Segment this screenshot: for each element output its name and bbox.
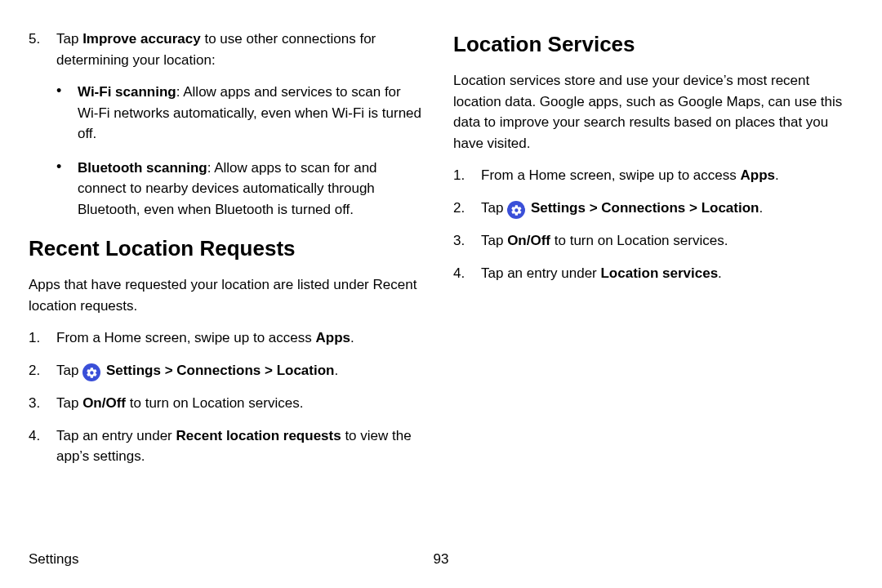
text-bold: On/Off (82, 395, 126, 411)
text-pre: From a Home screen, swipe up to access (481, 167, 740, 183)
step-text: From a Home screen, swipe up to access A… (56, 327, 429, 349)
bullet-text: Wi‑Fi scanning: Allow apps and services … (78, 82, 429, 145)
text-post: . (334, 363, 338, 378)
settings-icon (82, 363, 100, 381)
chevron: > (161, 363, 176, 378)
text-pre: Tap an entry under (481, 265, 600, 281)
chevron: > (586, 200, 601, 216)
heading-location-services: Location Services (453, 29, 853, 60)
left-column: 5. Tap Improve accuracy to use other con… (29, 29, 429, 543)
text-bold: Recent location requests (176, 428, 341, 443)
chevron: > (261, 363, 276, 378)
text-bold: Apps (740, 167, 775, 183)
path-location: Location (277, 363, 335, 378)
step-text: Tap On/Off to turn on Location services. (481, 230, 853, 252)
gear-icon (86, 367, 98, 379)
step-text: Tap Improve accuracy to use other connec… (56, 29, 429, 70)
path-connections: Connections (176, 363, 261, 378)
step-4: 4. Tap an entry under Location services. (453, 263, 853, 284)
body-paragraph: Apps that have requested your location a… (29, 274, 429, 316)
settings-icon (507, 201, 525, 219)
step-text: Tap an entry under Location services. (481, 263, 853, 284)
text-pre: Tap (56, 363, 82, 378)
text-post: . (775, 167, 779, 183)
step-4: 4. Tap an entry under Recent location re… (29, 425, 429, 467)
text-bold: Wi‑Fi scanning (78, 84, 176, 100)
bullet-dot: • (56, 158, 78, 220)
text-pre: From a Home screen, swipe up to access (56, 330, 315, 345)
step-number: 1. (29, 327, 56, 349)
step-text: Tap Settings > Connections > Location. (56, 360, 429, 382)
path-settings: Settings (531, 200, 586, 216)
step-2: 2. Tap Settings > Connections > Location… (453, 198, 853, 220)
step-number: 2. (453, 198, 481, 220)
text-bold: On/Off (507, 233, 550, 248)
text-bold: Apps (315, 330, 350, 345)
step-text: From a Home screen, swipe up to access A… (481, 165, 853, 186)
step-text: Tap an entry under Recent location reque… (56, 425, 429, 467)
step-text: Tap Settings > Connections > Location. (481, 198, 853, 220)
step-number: 4. (453, 263, 481, 284)
step-text: Tap On/Off to turn on Location services. (56, 393, 429, 414)
bullet-list: • Wi‑Fi scanning: Allow apps and service… (56, 82, 429, 220)
path-location: Location (702, 200, 760, 216)
page-number: 93 (434, 551, 449, 568)
text-bold: Improve accuracy (82, 31, 201, 47)
chevron: > (685, 200, 701, 216)
footer-section-label: Settings (29, 551, 78, 567)
step-5: 5. Tap Improve accuracy to use other con… (29, 29, 429, 70)
bullet-bluetooth-scanning: • Bluetooth scanning: Allow apps to scan… (56, 158, 429, 220)
bullet-dot: • (56, 82, 78, 145)
text-pre: Tap (56, 31, 82, 47)
step-number: 1. (453, 165, 481, 186)
page-footer: Settings 93 (29, 551, 853, 568)
text-post: to turn on Location services. (126, 395, 303, 411)
text-post: to turn on Location services. (550, 233, 728, 248)
path-settings: Settings (106, 363, 161, 378)
text-pre: Tap an entry under (56, 428, 176, 443)
step-number: 4. (29, 425, 56, 467)
gear-icon (510, 204, 523, 216)
text-bold: Location services (600, 265, 718, 281)
right-column: Location Services Location services stor… (453, 29, 853, 543)
step-2: 2. Tap Settings > Connections > Location… (29, 360, 429, 382)
step-3: 3. Tap On/Off to turn on Location servic… (453, 230, 853, 252)
text-bold: Bluetooth scanning (78, 160, 207, 176)
bullet-text: Bluetooth scanning: Allow apps to scan f… (78, 158, 429, 220)
heading-recent-location-requests: Recent Location Requests (29, 233, 429, 265)
step-number: 5. (29, 29, 56, 70)
step-3: 3. Tap On/Off to turn on Location servic… (29, 393, 429, 414)
step-number: 2. (29, 360, 56, 382)
text-post: . (759, 200, 763, 216)
step-number: 3. (29, 393, 56, 414)
text-pre: Tap (481, 233, 507, 248)
step-1: 1. From a Home screen, swipe up to acces… (29, 327, 429, 349)
path-connections: Connections (601, 200, 685, 216)
step-1: 1. From a Home screen, swipe up to acces… (453, 165, 853, 186)
text-pre: Tap (56, 395, 82, 411)
body-paragraph: Location services store and use your dev… (453, 70, 853, 154)
step-number: 3. (453, 230, 481, 252)
text-post: . (718, 265, 722, 281)
text-post: . (350, 330, 354, 345)
text-pre: Tap (481, 200, 507, 216)
bullet-wifi-scanning: • Wi‑Fi scanning: Allow apps and service… (56, 82, 429, 145)
content-columns: 5. Tap Improve accuracy to use other con… (29, 29, 853, 543)
